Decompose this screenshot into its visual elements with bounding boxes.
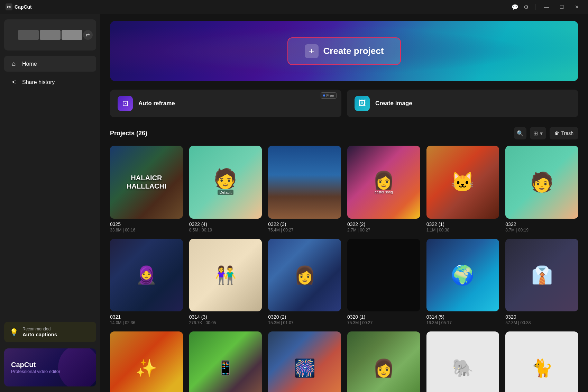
table-row[interactable]: HALAICRHALLLACHI 0325 33.8M | 00:16 bbox=[110, 146, 183, 233]
auto-captions-label: Auto captions bbox=[22, 331, 57, 337]
content-area: + Create project ⊡ Auto reframe Free 🖼 C… bbox=[100, 14, 588, 392]
project-thumb-4: 👩 easter song bbox=[347, 146, 420, 219]
project-name-2: 0322 (4) bbox=[189, 221, 262, 227]
capcut-promo-card[interactable]: CapCut Professional video editor bbox=[4, 348, 96, 386]
free-badge-text: Free bbox=[326, 93, 334, 98]
table-row[interactable]: 👩 0320 (2) 15.3M | 01:07 bbox=[268, 239, 341, 326]
table-row[interactable]: 🎆 0315 31.2M | 00:18 bbox=[268, 331, 341, 392]
projects-header: Projects (26) 🔍 ⊞ ▾ 🗑 Trash bbox=[110, 127, 578, 139]
promo-subtitle: Professional video editor bbox=[11, 369, 89, 374]
titlebar: ✂ CapCut 💬 ⚙ — ☐ ✕ bbox=[0, 0, 588, 14]
thumb-grid bbox=[18, 30, 82, 40]
auto-reframe-card[interactable]: ⊡ Auto reframe Free bbox=[110, 90, 341, 117]
table-row[interactable]: 👩 0314 (4) 44.7M | 00:31 bbox=[347, 331, 420, 392]
projects-title-text: Projects bbox=[110, 130, 135, 137]
lightbulb-icon: 💡 bbox=[10, 328, 18, 336]
project-meta-6: 8.7M | 00:19 bbox=[505, 228, 578, 233]
project-name-1: 0325 bbox=[110, 221, 183, 227]
project-thumb-8: 👫 bbox=[189, 239, 262, 312]
project-thumb-14: 📱 bbox=[189, 331, 262, 392]
app-logo: ✂ CapCut bbox=[6, 3, 32, 10]
recommended-text: Recommended Auto captions bbox=[22, 327, 57, 337]
create-image-icon: 🖼 bbox=[355, 96, 370, 111]
table-row[interactable]: 👫 0314 (3) 276.7K | 00:05 bbox=[189, 239, 262, 326]
projects-controls: 🔍 ⊞ ▾ 🗑 Trash bbox=[514, 127, 578, 139]
hero-banner: + Create project bbox=[110, 21, 578, 81]
recommended-label: Recommended bbox=[22, 327, 57, 331]
table-row[interactable]: ✨ 0319 22.1M | 00:15 bbox=[110, 331, 183, 392]
auto-reframe-icon: ⊡ bbox=[118, 96, 133, 111]
recommended-card[interactable]: 💡 Recommended Auto captions bbox=[4, 322, 96, 342]
create-image-card[interactable]: 🖼 Create image bbox=[347, 90, 578, 117]
app-name-label: CapCut bbox=[15, 4, 32, 10]
quick-actions: ⊡ Auto reframe Free 🖼 Create image bbox=[110, 90, 578, 117]
auto-reframe-label: Auto reframe bbox=[138, 100, 175, 107]
trash-button[interactable]: 🗑 Trash bbox=[550, 127, 578, 139]
project-name-12: 0320 bbox=[505, 314, 578, 320]
table-row[interactable]: 📱 0318 (2) 18.5M | 00:22 bbox=[189, 331, 262, 392]
thumb-cell-3 bbox=[62, 30, 82, 40]
projects-title: Projects (26) bbox=[110, 130, 147, 137]
table-row[interactable]: 👩 easter song 0322 (2) 2.7M | 00:27 bbox=[347, 146, 420, 233]
sidebar-item-share-history[interactable]: < Share history bbox=[4, 74, 96, 90]
table-row[interactable]: 🌍 0314 (5) 16.3M | 05:17 bbox=[426, 239, 499, 326]
table-row[interactable]: 0322 (3) 75.4M | 00:27 bbox=[268, 146, 341, 233]
project-thumb-15: 🎆 bbox=[268, 331, 341, 392]
project-name-3: 0322 (3) bbox=[268, 221, 341, 227]
project-thumb-17: 🐘 bbox=[426, 331, 499, 392]
project-thumb-18: 🐈 bbox=[505, 331, 578, 392]
maximize-button[interactable]: ☐ bbox=[556, 1, 567, 12]
table-row[interactable]: 0320 (1) 75.3M | 00:27 bbox=[347, 239, 420, 326]
project-name-4: 0322 (2) bbox=[347, 221, 420, 227]
sidebar: ⇄ ⌂ Home < Share history 💡 Recommended A… bbox=[0, 14, 100, 392]
create-project-button[interactable]: + Create project bbox=[287, 37, 401, 65]
table-row[interactable]: 🐈 0314 12.4M | 00:09 bbox=[505, 331, 578, 392]
create-plus-icon: + bbox=[305, 44, 319, 58]
project-meta-11: 16.3M | 05:17 bbox=[426, 320, 499, 325]
titlebar-divider bbox=[535, 4, 535, 10]
close-button[interactable]: ✕ bbox=[571, 1, 582, 12]
view-toggle-button[interactable]: ⊞ ▾ bbox=[530, 127, 546, 139]
project-thumb-10 bbox=[347, 239, 420, 312]
sidebar-item-home[interactable]: ⌂ Home bbox=[4, 56, 96, 72]
project-meta-1: 33.8M | 00:16 bbox=[110, 228, 183, 233]
project-thumb-6: 🧑 bbox=[505, 146, 578, 219]
titlebar-left: ✂ CapCut bbox=[6, 3, 32, 10]
chevron-down-icon: ▾ bbox=[540, 130, 543, 137]
project-thumb-1: HALAICRHALLLACHI bbox=[110, 146, 183, 219]
trash-label: Trash bbox=[561, 130, 573, 136]
minimize-button[interactable]: — bbox=[541, 1, 552, 12]
project-thumb-16: 👩 bbox=[347, 331, 420, 392]
table-row[interactable]: 👔 0320 57.3M | 00:38 bbox=[505, 239, 578, 326]
project-thumb-11: 🌍 bbox=[426, 239, 499, 312]
project-thumb-13: ✨ bbox=[110, 331, 183, 392]
create-image-label: Create image bbox=[375, 100, 412, 107]
project-meta-2: 8.5M | 00:19 bbox=[189, 228, 262, 233]
project-name-6: 0322 bbox=[505, 221, 578, 227]
project-meta-7: 14.0M | 02:36 bbox=[110, 320, 183, 325]
projects-count-close: ) bbox=[145, 130, 147, 137]
project-thumb-2: 🧑 Default bbox=[189, 146, 262, 219]
free-badge: Free bbox=[321, 92, 337, 99]
settings-icon[interactable]: ⚙ bbox=[523, 3, 530, 10]
trash-icon: 🗑 bbox=[554, 130, 559, 136]
project-meta-4: 2.7M | 00:27 bbox=[347, 228, 420, 233]
project-name-11: 0314 (5) bbox=[426, 314, 499, 320]
titlebar-controls: 💬 ⚙ — ☐ ✕ bbox=[512, 1, 582, 12]
svg-text:✂: ✂ bbox=[7, 4, 11, 10]
project-name-5: 0322 (1) bbox=[426, 221, 499, 227]
feedback-icon[interactable]: 💬 bbox=[512, 3, 518, 10]
table-row[interactable]: 🧑 Default 0322 (4) 8.5M | 00:19 bbox=[189, 146, 262, 233]
projects-grid: HALAICRHALLLACHI 0325 33.8M | 00:16 🧑 De… bbox=[110, 146, 578, 392]
table-row[interactable]: 🧕 0321 14.0M | 02:36 bbox=[110, 239, 183, 326]
table-row[interactable]: 🐱 0322 (1) 1.1M | 00:38 bbox=[426, 146, 499, 233]
grid-view-icon: ⊞ bbox=[533, 130, 538, 137]
table-row[interactable]: 🐘 0314 (2) 9.1M | 00:12 bbox=[426, 331, 499, 392]
create-project-label: Create project bbox=[323, 46, 384, 56]
search-button[interactable]: 🔍 bbox=[514, 127, 526, 139]
share-icon: < bbox=[10, 79, 18, 86]
project-meta-3: 75.4M | 00:27 bbox=[268, 228, 341, 233]
table-row[interactable]: 🧑 0322 8.7M | 00:19 bbox=[505, 146, 578, 233]
thumb-settings-button[interactable]: ⇄ bbox=[83, 30, 93, 40]
share-history-label: Share history bbox=[22, 79, 55, 85]
